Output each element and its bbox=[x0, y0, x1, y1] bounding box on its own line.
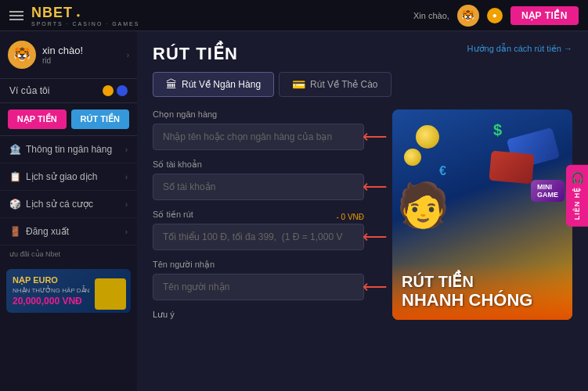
main-content: RÚT TIỀN Hướng dẫn cách rút tiền → 🏛 Rút… bbox=[137, 31, 588, 391]
logo: NBET ● SPORTS · CASINO · GAMES bbox=[31, 5, 139, 27]
sidebar-action-buttons: NẠP TIỀN RÚT TIỀN bbox=[0, 103, 137, 136]
sidebar-wallet: Ví của tôi bbox=[0, 79, 137, 103]
layout: 🐯 xin chào! rid › Ví của tôi NẠP TIỀN RÚ… bbox=[0, 31, 588, 391]
float-dollar-sign: $ bbox=[493, 121, 502, 139]
amount-arrow-indicator: ⟵ bbox=[363, 227, 388, 247]
bank-arrow-indicator: ⟵ bbox=[363, 127, 388, 147]
withdrawal-tabs: 🏛 Rút Về Ngân Hàng 💳 Rút Về Thẻ Cào bbox=[153, 72, 572, 97]
float-coin-1 bbox=[416, 125, 439, 149]
header-avatar: 🐯 bbox=[457, 5, 479, 27]
bet-icon: 🎲 bbox=[9, 199, 21, 210]
promo-big-subtitle: NHANH CHÓNG bbox=[402, 290, 563, 310]
transaction-icon: 📋 bbox=[9, 171, 21, 182]
amount-row: Số tiền rút - 0 VNĐ bbox=[153, 210, 364, 224]
header: NBET ● SPORTS · CASINO · GAMES Xin chào,… bbox=[0, 0, 588, 31]
logo-dot: ● bbox=[76, 12, 80, 19]
sidebar-bet-arrow: › bbox=[125, 200, 128, 209]
header-right: Xin chào, 🐯 ● NẠP TIỀN bbox=[413, 5, 579, 27]
form-section: Chọn ngân hàng ⟵ Số tài khoản ⟵ Số tiền … bbox=[153, 109, 572, 320]
form-left: Chọn ngân hàng ⟵ Số tài khoản ⟵ Số tiền … bbox=[153, 109, 364, 320]
name-input[interactable] bbox=[153, 274, 364, 300]
header-xin-chao: Xin chào, bbox=[413, 11, 449, 20]
account-arrow-indicator: ⟵ bbox=[363, 177, 388, 197]
sidebar-nap-tien-button[interactable]: NẠP TIỀN bbox=[8, 109, 67, 129]
sidebar-user: 🐯 xin chào! rid › bbox=[0, 31, 137, 79]
live-help-label: LIÊN HỆ bbox=[573, 187, 581, 221]
promo-figure: 🧑 bbox=[396, 180, 450, 231]
name-group: Tên người nhận ⟵ bbox=[153, 260, 364, 300]
wallet-icons bbox=[103, 85, 128, 96]
account-input[interactable] bbox=[153, 174, 364, 200]
sidebar-rut-tien-button[interactable]: RÚT TIỀN bbox=[71, 109, 130, 129]
sidebar-item-bet-history[interactable]: 🎲 Lịch sử cá cược › bbox=[0, 191, 137, 218]
bank-icon: 🏦 bbox=[9, 144, 21, 155]
sidebar-avatar: 🐯 bbox=[8, 41, 36, 69]
tab-bank[interactable]: 🏛 Rút Về Ngân Hàng bbox=[153, 72, 274, 97]
wallet-icon-blue bbox=[117, 85, 128, 96]
float-card-2 bbox=[489, 151, 534, 185]
logout-icon: 🚪 bbox=[9, 226, 21, 237]
promo-note: ưu đãi của Nbet bbox=[0, 246, 137, 263]
hamburger-menu[interactable] bbox=[9, 11, 23, 20]
sidebar-logout-arrow: › bbox=[125, 228, 128, 236]
sidebar-bank-arrow: › bbox=[125, 145, 128, 154]
header-left: NBET ● SPORTS · CASINO · GAMES bbox=[9, 5, 139, 27]
tab-card[interactable]: 💳 Rút Về Thẻ Cào bbox=[279, 72, 391, 97]
card-tab-icon: 💳 bbox=[292, 78, 305, 91]
account-label: Số tài khoản bbox=[153, 160, 364, 170]
logo-text: NBET bbox=[31, 5, 73, 20]
promo-big-title: RÚT TIỀN bbox=[402, 273, 563, 290]
guide-link[interactable]: Hướng dẫn cách rút tiền → bbox=[467, 44, 572, 54]
amount-group: Số tiền rút - 0 VNĐ ⟵ bbox=[153, 210, 364, 250]
sidebar-promo-banner: NẠP EURO NHẬN THƯỞNG HÂP DẪN 20,000,000 … bbox=[6, 269, 131, 313]
amount-note: - 0 VNĐ bbox=[336, 213, 364, 221]
float-coin-2 bbox=[404, 149, 421, 166]
header-nap-tien-button[interactable]: NẠP TIỀN bbox=[510, 6, 579, 25]
wallet-icon-orange bbox=[103, 85, 114, 96]
bank-tab-icon: 🏛 bbox=[166, 78, 177, 91]
sidebar: 🐯 xin chào! rid › Ví của tôi NẠP TIỀN RÚ… bbox=[0, 31, 137, 391]
promo-image bbox=[95, 278, 126, 310]
sidebar-transaction-arrow: › bbox=[125, 173, 128, 181]
sidebar-user-sub: rid bbox=[42, 56, 83, 65]
sidebar-bank-label: Thông tin ngân hàng bbox=[26, 144, 125, 155]
bank-input[interactable] bbox=[153, 124, 364, 150]
sidebar-item-transaction-history[interactable]: 📋 Lịch sử giao dịch › bbox=[0, 163, 137, 191]
wallet-label: Ví của tôi bbox=[9, 85, 49, 96]
coin-icon: ● bbox=[487, 8, 503, 23]
sidebar-username: xin chào! bbox=[42, 45, 83, 56]
promo-right-banner: $ € MINIGAME 🧑 RÚT TIỀN NHANH CHÓNG bbox=[392, 109, 572, 320]
headset-icon: 🎧 bbox=[571, 171, 584, 184]
sidebar-item-logout[interactable]: 🚪 Đăng xuất › bbox=[0, 218, 137, 246]
name-arrow-indicator: ⟵ bbox=[363, 277, 388, 297]
name-label: Tên người nhận bbox=[153, 260, 364, 270]
sidebar-logout-label: Đăng xuất bbox=[26, 226, 125, 237]
bank-label: Chọn ngân hàng bbox=[153, 109, 364, 120]
bank-tab-label: Rút Về Ngân Hàng bbox=[182, 79, 261, 90]
sidebar-bet-label: Lịch sử cá cược bbox=[26, 199, 125, 210]
amount-input[interactable] bbox=[153, 224, 364, 250]
sidebar-item-bank-info[interactable]: 🏦 Thông tin ngân hàng › bbox=[0, 136, 137, 163]
logo-sub: SPORTS · CASINO · GAMES bbox=[31, 21, 139, 27]
amount-label: Số tiền rút bbox=[153, 210, 193, 220]
live-help-button[interactable]: 🎧 LIÊN HỆ bbox=[566, 165, 588, 227]
card-tab-label: Rút Về Thẻ Cào bbox=[310, 79, 377, 90]
bank-select-group: Chọn ngân hàng ⟵ bbox=[153, 109, 364, 150]
bottom-note: Lưu ý bbox=[153, 310, 364, 320]
game-badge: MINIGAME bbox=[531, 180, 565, 202]
sidebar-user-arrow: › bbox=[127, 51, 129, 59]
float-euro-sign: € bbox=[439, 164, 446, 178]
account-group: Số tài khoản ⟵ bbox=[153, 160, 364, 200]
promo-right-content: RÚT TIỀN NHANH CHÓNG bbox=[392, 264, 572, 320]
sidebar-transaction-label: Lịch sử giao dịch bbox=[26, 171, 125, 182]
